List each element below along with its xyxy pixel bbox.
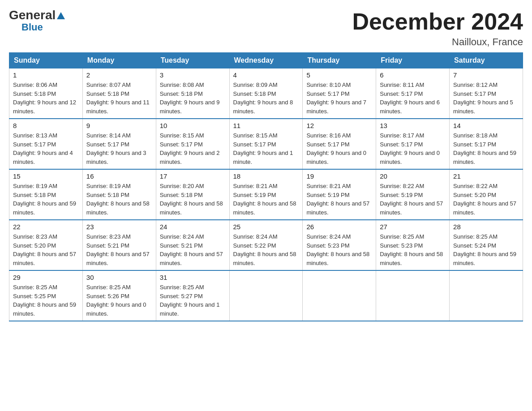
title-section: December 2024 Nailloux, France bbox=[352, 9, 523, 48]
table-row: 8 Sunrise: 8:13 AM Sunset: 5:17 PM Dayli… bbox=[9, 119, 83, 169]
day-info: Sunrise: 8:18 AM Sunset: 5:17 PM Dayligh… bbox=[453, 131, 519, 166]
day-number: 2 bbox=[86, 71, 152, 79]
table-row: 30 Sunrise: 8:25 AM Sunset: 5:26 PM Dayl… bbox=[82, 270, 156, 321]
day-info: Sunrise: 8:24 AM Sunset: 5:22 PM Dayligh… bbox=[233, 232, 299, 267]
table-row: 11 Sunrise: 8:15 AM Sunset: 5:17 PM Dayl… bbox=[229, 119, 303, 169]
col-sunday: Sunday bbox=[9, 53, 83, 68]
day-number: 24 bbox=[160, 223, 226, 231]
day-number: 9 bbox=[86, 122, 152, 129]
logo-general-text: General bbox=[9, 9, 65, 21]
day-number: 20 bbox=[380, 172, 446, 180]
day-info: Sunrise: 8:25 AM Sunset: 5:27 PM Dayligh… bbox=[160, 283, 226, 318]
page-header: General Blue December 2024 Nailloux, Fra… bbox=[9, 9, 523, 48]
day-info: Sunrise: 8:16 AM Sunset: 5:17 PM Dayligh… bbox=[306, 131, 372, 166]
table-row: 6 Sunrise: 8:11 AM Sunset: 5:17 PM Dayli… bbox=[376, 68, 450, 119]
table-row: 13 Sunrise: 8:17 AM Sunset: 5:17 PM Dayl… bbox=[376, 119, 450, 169]
day-info: Sunrise: 8:19 AM Sunset: 5:18 PM Dayligh… bbox=[86, 182, 152, 217]
day-info: Sunrise: 8:12 AM Sunset: 5:17 PM Dayligh… bbox=[453, 81, 519, 116]
table-row: 14 Sunrise: 8:18 AM Sunset: 5:17 PM Dayl… bbox=[450, 119, 523, 169]
col-saturday: Saturday bbox=[450, 53, 523, 68]
day-number: 25 bbox=[233, 223, 299, 231]
table-row: 9 Sunrise: 8:14 AM Sunset: 5:17 PM Dayli… bbox=[82, 119, 156, 169]
day-number: 7 bbox=[453, 71, 519, 79]
day-info: Sunrise: 8:22 AM Sunset: 5:19 PM Dayligh… bbox=[380, 182, 446, 217]
table-row bbox=[229, 270, 303, 321]
table-row: 26 Sunrise: 8:24 AM Sunset: 5:23 PM Dayl… bbox=[303, 220, 376, 270]
day-number: 22 bbox=[13, 223, 79, 231]
col-tuesday: Tuesday bbox=[156, 53, 229, 68]
day-info: Sunrise: 8:09 AM Sunset: 5:18 PM Dayligh… bbox=[233, 81, 299, 116]
day-info: Sunrise: 8:17 AM Sunset: 5:17 PM Dayligh… bbox=[380, 131, 446, 166]
calendar-title: December 2024 bbox=[352, 9, 523, 34]
table-row bbox=[376, 270, 450, 321]
day-number: 15 bbox=[13, 172, 79, 180]
day-number: 11 bbox=[233, 122, 299, 129]
col-thursday: Thursday bbox=[303, 53, 376, 68]
calendar-week-1: 1 Sunrise: 8:06 AM Sunset: 5:18 PM Dayli… bbox=[9, 68, 523, 119]
day-info: Sunrise: 8:15 AM Sunset: 5:17 PM Dayligh… bbox=[160, 131, 226, 166]
table-row bbox=[303, 270, 376, 321]
calendar-week-3: 15 Sunrise: 8:19 AM Sunset: 5:18 PM Dayl… bbox=[9, 169, 523, 220]
col-friday: Friday bbox=[376, 53, 450, 68]
day-number: 29 bbox=[13, 274, 79, 281]
table-row: 7 Sunrise: 8:12 AM Sunset: 5:17 PM Dayli… bbox=[450, 68, 523, 119]
day-info: Sunrise: 8:21 AM Sunset: 5:19 PM Dayligh… bbox=[233, 182, 299, 217]
calendar-header-row: Sunday Monday Tuesday Wednesday Thursday… bbox=[9, 53, 523, 68]
table-row: 24 Sunrise: 8:24 AM Sunset: 5:21 PM Dayl… bbox=[156, 220, 229, 270]
table-row: 23 Sunrise: 8:23 AM Sunset: 5:21 PM Dayl… bbox=[82, 220, 156, 270]
table-row: 27 Sunrise: 8:25 AM Sunset: 5:23 PM Dayl… bbox=[376, 220, 450, 270]
table-row: 17 Sunrise: 8:20 AM Sunset: 5:18 PM Dayl… bbox=[156, 169, 229, 220]
day-info: Sunrise: 8:24 AM Sunset: 5:23 PM Dayligh… bbox=[306, 232, 372, 267]
table-row: 12 Sunrise: 8:16 AM Sunset: 5:17 PM Dayl… bbox=[303, 119, 376, 169]
day-number: 13 bbox=[380, 122, 446, 129]
day-number: 27 bbox=[380, 223, 446, 231]
calendar-subtitle: Nailloux, France bbox=[352, 36, 523, 48]
day-info: Sunrise: 8:10 AM Sunset: 5:17 PM Dayligh… bbox=[306, 81, 372, 116]
table-row: 31 Sunrise: 8:25 AM Sunset: 5:27 PM Dayl… bbox=[156, 270, 229, 321]
table-row: 25 Sunrise: 8:24 AM Sunset: 5:22 PM Dayl… bbox=[229, 220, 303, 270]
calendar-week-4: 22 Sunrise: 8:23 AM Sunset: 5:20 PM Dayl… bbox=[9, 220, 523, 270]
logo: General Blue bbox=[9, 9, 65, 33]
day-info: Sunrise: 8:19 AM Sunset: 5:18 PM Dayligh… bbox=[13, 182, 79, 217]
table-row: 1 Sunrise: 8:06 AM Sunset: 5:18 PM Dayli… bbox=[9, 68, 83, 119]
table-row: 19 Sunrise: 8:21 AM Sunset: 5:19 PM Dayl… bbox=[303, 169, 376, 220]
table-row: 2 Sunrise: 8:07 AM Sunset: 5:18 PM Dayli… bbox=[82, 68, 156, 119]
day-number: 30 bbox=[86, 274, 152, 281]
day-number: 3 bbox=[160, 71, 226, 79]
day-info: Sunrise: 8:24 AM Sunset: 5:21 PM Dayligh… bbox=[160, 232, 226, 267]
day-info: Sunrise: 8:23 AM Sunset: 5:21 PM Dayligh… bbox=[86, 232, 152, 267]
day-number: 19 bbox=[306, 172, 372, 180]
day-number: 26 bbox=[306, 223, 372, 231]
table-row: 3 Sunrise: 8:08 AM Sunset: 5:18 PM Dayli… bbox=[156, 68, 229, 119]
calendar-week-5: 29 Sunrise: 8:25 AM Sunset: 5:25 PM Dayl… bbox=[9, 270, 523, 321]
day-number: 18 bbox=[233, 172, 299, 180]
day-info: Sunrise: 8:11 AM Sunset: 5:17 PM Dayligh… bbox=[380, 81, 446, 116]
day-info: Sunrise: 8:13 AM Sunset: 5:17 PM Dayligh… bbox=[13, 131, 79, 166]
day-number: 4 bbox=[233, 71, 299, 79]
day-info: Sunrise: 8:08 AM Sunset: 5:18 PM Dayligh… bbox=[160, 81, 226, 116]
col-wednesday: Wednesday bbox=[229, 53, 303, 68]
day-number: 5 bbox=[306, 71, 372, 79]
table-row: 4 Sunrise: 8:09 AM Sunset: 5:18 PM Dayli… bbox=[229, 68, 303, 119]
calendar-week-2: 8 Sunrise: 8:13 AM Sunset: 5:17 PM Dayli… bbox=[9, 119, 523, 169]
logo-blue-text: Blue bbox=[21, 21, 43, 33]
day-info: Sunrise: 8:25 AM Sunset: 5:26 PM Dayligh… bbox=[86, 283, 152, 318]
table-row: 21 Sunrise: 8:22 AM Sunset: 5:20 PM Dayl… bbox=[450, 169, 523, 220]
day-number: 6 bbox=[380, 71, 446, 79]
table-row bbox=[450, 270, 523, 321]
table-row: 16 Sunrise: 8:19 AM Sunset: 5:18 PM Dayl… bbox=[82, 169, 156, 220]
col-monday: Monday bbox=[82, 53, 156, 68]
day-number: 31 bbox=[160, 274, 226, 281]
table-row: 28 Sunrise: 8:25 AM Sunset: 5:24 PM Dayl… bbox=[450, 220, 523, 270]
day-info: Sunrise: 8:15 AM Sunset: 5:17 PM Dayligh… bbox=[233, 131, 299, 166]
calendar-table: Sunday Monday Tuesday Wednesday Thursday… bbox=[9, 52, 523, 321]
day-info: Sunrise: 8:06 AM Sunset: 5:18 PM Dayligh… bbox=[13, 81, 79, 116]
day-number: 12 bbox=[306, 122, 372, 129]
day-info: Sunrise: 8:25 AM Sunset: 5:23 PM Dayligh… bbox=[380, 232, 446, 267]
day-info: Sunrise: 8:14 AM Sunset: 5:17 PM Dayligh… bbox=[86, 131, 152, 166]
day-info: Sunrise: 8:21 AM Sunset: 5:19 PM Dayligh… bbox=[306, 182, 372, 217]
day-info: Sunrise: 8:25 AM Sunset: 5:25 PM Dayligh… bbox=[13, 283, 79, 318]
table-row: 15 Sunrise: 8:19 AM Sunset: 5:18 PM Dayl… bbox=[9, 169, 83, 220]
day-info: Sunrise: 8:22 AM Sunset: 5:20 PM Dayligh… bbox=[453, 182, 519, 217]
day-info: Sunrise: 8:23 AM Sunset: 5:20 PM Dayligh… bbox=[13, 232, 79, 267]
